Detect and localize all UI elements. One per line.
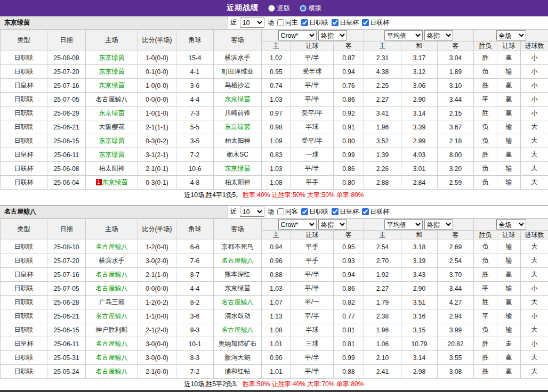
home-team-cell: 东京绿茵	[86, 51, 138, 65]
recent-label: 近	[230, 207, 237, 216]
date-cell: 25-06-29	[47, 107, 86, 120]
home-team-cell: 名古屋鲸八	[86, 365, 138, 379]
league-cell: 日职联	[1, 282, 47, 296]
date-cell: 25-06-28	[47, 296, 86, 309]
league-filter[interactable]: 日皇杯	[332, 18, 359, 27]
away-team-name: 名古屋鲸八	[222, 298, 254, 306]
corner-cell: 8-3	[176, 351, 214, 365]
recent-results-page: 近期战绩 竖版 横版 东京绿茵 近 10 场 同主 日职联日皇杯日联杯	[0, 0, 548, 392]
home-odds-cell: 1.02	[262, 51, 291, 65]
league-filter[interactable]: 日职联	[301, 207, 328, 216]
home-team-name: 东京绿茵	[99, 137, 125, 144]
date-cell: 25-06-11	[47, 148, 86, 162]
league-cell: 日职联	[1, 65, 47, 79]
away-team-name: 浦和红钻	[225, 368, 251, 375]
col-home: 主场	[86, 219, 138, 240]
league-filter[interactable]: 日联杯	[362, 207, 389, 216]
odds-time-select[interactable]: 终指	[318, 30, 347, 40]
section-team-name: 东京绿茵	[0, 17, 228, 29]
avg-draw-odds-cell: 3.18	[401, 240, 438, 254]
vertical-radio-input[interactable]	[268, 5, 275, 12]
score-cell: 2-1(0-0)	[138, 365, 176, 379]
league-filter-checkbox[interactable]	[301, 19, 308, 26]
avg-time-select[interactable]: 终指	[424, 30, 453, 40]
same-venue-filter[interactable]: 同主	[277, 18, 298, 27]
section-filter-controls: 近 10 场 同主 日职联日皇杯日联杯	[228, 17, 548, 29]
scope-select[interactable]: 全场	[496, 30, 526, 40]
avg-home-odds-cell: 1.39	[364, 148, 401, 162]
away-team-cell: 名古屋鲸八	[214, 254, 262, 268]
topbar: 近期战绩 竖版 横版	[0, 0, 548, 16]
league-filter[interactable]: 日联杯	[362, 18, 389, 27]
corner-cell: 4-4	[176, 282, 214, 296]
date-cell: 25-06-15	[47, 323, 86, 337]
handicap-result-cell: 输	[497, 65, 521, 79]
score-cell: 3-0(2-0)	[138, 254, 176, 268]
odds-company-select[interactable]: Crow*	[278, 30, 317, 40]
away-odds-cell: 0.99	[334, 351, 364, 365]
away-team-cell: 横滨水手	[214, 51, 262, 65]
avg-odds-select[interactable]: 平均值	[384, 30, 423, 40]
date-cell: 25-05-24	[47, 365, 86, 379]
away-odds-cell: 0.93	[334, 254, 364, 268]
league-filter-checkbox[interactable]	[362, 19, 369, 26]
col-avg-away: 客	[438, 42, 474, 51]
goals-cell: 大	[521, 268, 548, 282]
league-cell: 日联杯	[1, 176, 47, 190]
home-team-cell: 横滨水手	[86, 254, 138, 268]
corner-cell: 7-2	[176, 148, 214, 162]
same-venue-checkbox[interactable]	[277, 208, 284, 215]
home-team-name: 名古屋鲸八	[96, 243, 128, 250]
results-header: 类型 日期 主场 比分(半场) 角球 客场 Crow* 终指 平均值 终指	[1, 219, 548, 240]
goals-cell: 小	[521, 93, 548, 107]
avg-odds-select[interactable]: 平均值	[384, 219, 423, 230]
same-venue-checkbox[interactable]	[277, 19, 284, 26]
league-cell: 日职联	[1, 240, 47, 254]
home-odds-cell: 0.83	[262, 148, 291, 162]
match-row: 日职联25-07-20横滨水手3-0(2-0)7-6名古屋鲸八0.96平手0.9…	[1, 254, 548, 268]
home-team-cell: 1东京绿茵	[86, 176, 138, 190]
result-cell: 平	[474, 93, 497, 107]
horizontal-radio-input[interactable]	[300, 5, 307, 12]
league-filter[interactable]: 日职联	[301, 18, 328, 27]
goals-cell: 小	[521, 309, 548, 323]
league-filter[interactable]: 日皇杯	[332, 207, 359, 216]
avg-away-odds-cell: 3.04	[438, 51, 474, 65]
home-odds-cell: 1.01	[262, 337, 291, 351]
avg-draw-odds-cell: 2.90	[401, 93, 438, 107]
away-odds-cell: 0.80	[334, 134, 364, 148]
odds-time-select[interactable]: 终指	[318, 219, 347, 230]
away-team-name: 东京绿茵	[225, 165, 251, 172]
avg-draw-odds-cell: 2.84	[401, 176, 438, 190]
col-away: 客场	[214, 30, 262, 51]
home-team-name: 大阪樱花	[99, 123, 125, 130]
handicap-cell: 受半球	[291, 65, 334, 79]
league-filter-checkbox[interactable]	[362, 208, 369, 215]
match-count-select[interactable]: 10	[240, 207, 264, 217]
match-count-select[interactable]: 10	[240, 18, 264, 28]
corner-cell: 7-2	[176, 365, 214, 379]
avg-draw-odds-cell: 4.03	[401, 148, 438, 162]
league-filter-checkbox[interactable]	[332, 208, 339, 215]
away-team-name: 名古屋鲸八	[222, 257, 254, 264]
scope-select[interactable]: 全场	[496, 219, 526, 230]
col-date: 日期	[47, 30, 86, 51]
handicap-result-cell: 赢	[497, 148, 521, 162]
home-team-cell: 名古屋鲸八	[86, 351, 138, 365]
league-filter-checkbox[interactable]	[301, 208, 308, 215]
odds-company-select[interactable]: Crow*	[278, 219, 317, 230]
date-cell: 25-08-09	[47, 51, 86, 65]
score-cell: 2-1(0-1)	[138, 162, 176, 176]
home-team-name: 东京绿茵	[99, 54, 125, 61]
corner-cell: 6-6	[176, 240, 214, 254]
corner-cell: 7-3	[176, 107, 214, 120]
away-odds-cell: 0.91	[334, 120, 364, 134]
result-cell: 胜	[474, 268, 497, 282]
vertical-layout-option[interactable]: 竖版	[268, 4, 290, 13]
league-filter-checkbox[interactable]	[332, 19, 339, 26]
horizontal-layout-option[interactable]: 横版	[300, 4, 321, 13]
avg-time-select[interactable]: 终指	[424, 219, 453, 230]
score-cell: 3-1(2-1)	[138, 148, 176, 162]
section-summary: 近10场,胜5平2负3, 胜率:50% 让胜率:40% 大率:70% 单率:80…	[0, 379, 548, 390]
same-venue-filter[interactable]: 同客	[277, 207, 298, 216]
